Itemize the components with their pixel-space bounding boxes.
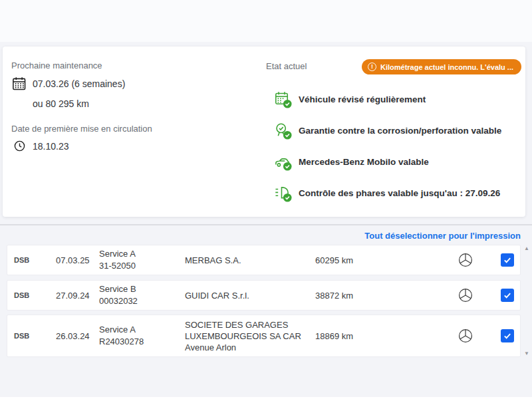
row-date: 27.09.24 [56, 291, 99, 301]
row-workshop-address: Avenue Arlon [185, 342, 310, 353]
alert-circle-icon: ! [368, 63, 376, 71]
current-state-label: Etat actuel [266, 61, 307, 71]
status-item-label: Véhicule révisé régulièrement [299, 94, 426, 104]
row-mileage: 60295 km [315, 255, 415, 265]
row-source-label: DSB [14, 291, 56, 299]
headlight-check-icon [274, 184, 292, 202]
row-workshop-name: MERBAG S.A. [185, 255, 310, 266]
status-item-label: Mercedes-Benz Mobilo valable [299, 157, 429, 167]
scroll-up-icon[interactable]: ▲ [523, 245, 531, 251]
print-select-checkbox[interactable] [501, 329, 514, 342]
warning-badge-text: Kilométrage actuel inconnu. L'évalu ... [380, 63, 513, 71]
status-list: Véhicule révisé régulièrement Garantie c… [266, 84, 521, 209]
row-service-name: Service A [99, 248, 185, 260]
row-service-reference: R24030278 [99, 336, 185, 348]
row-date: 26.03.24 [56, 331, 99, 341]
next-maintenance-date: 07.03.26 (6 semaines) [33, 78, 125, 89]
service-calendar-check-icon [274, 90, 292, 108]
mercedes-star-icon [458, 329, 473, 343]
first-registration-date: 18.10.23 [33, 141, 69, 152]
status-item: Véhicule révisé régulièrement [266, 84, 521, 115]
status-item: Contrôle des phares valable jusqu'au : 2… [266, 178, 521, 209]
clock-icon [14, 140, 25, 154]
table-row: DSB 07.03.25 Service A 31-52050 MERBAG S… [7, 245, 521, 275]
row-workshop-name: SOCIETE DES GARAGES LUXEMBOURGEOIS SA CA… [185, 319, 310, 342]
calendar-icon [11, 76, 28, 95]
mercedes-star-icon [458, 288, 473, 303]
header-band [0, 0, 532, 42]
row-workshop-name: GUIDI CAR S.r.l. [185, 290, 310, 301]
status-item-label: Contrôle des phares valable jusqu'au : 2… [299, 188, 500, 198]
next-maintenance-label: Prochaine maintenance [11, 61, 102, 70]
section-divider [0, 224, 532, 225]
status-item-label: Garantie contre la corrosion/perforation… [299, 126, 501, 136]
row-mileage: 38872 km [315, 291, 415, 301]
deselect-all-print-link[interactable]: Tout déselectionner pour l'impression [364, 231, 521, 241]
row-service-name: Service A [99, 324, 185, 336]
next-maintenance-mileage: ou 80 295 km [33, 98, 89, 109]
warranty-seal-check-icon [274, 122, 292, 140]
status-item: Garantie contre la corrosion/perforation… [266, 115, 521, 146]
row-service-reference: 31-52050 [99, 260, 185, 272]
table-row: DSB 26.03.24 Service A R24030278 SOCIETE… [7, 315, 521, 357]
row-source-label: DSB [14, 256, 56, 264]
status-item: Mercedes-Benz Mobilo valable [266, 146, 521, 178]
mileage-unknown-warning-badge[interactable]: ! Kilométrage actuel inconnu. L'évalu ..… [362, 59, 521, 74]
print-select-checkbox[interactable] [501, 289, 514, 302]
maintenance-status-card: Prochaine maintenance 07.03.26 (6 semain… [3, 47, 525, 217]
mercedes-star-icon [458, 253, 473, 267]
row-date: 07.03.25 [56, 255, 99, 265]
row-service-reference: 00032032 [99, 295, 185, 307]
car-check-icon [274, 153, 292, 171]
table-row: DSB 27.09.24 Service B 00032032 GUIDI CA… [7, 280, 521, 311]
row-service-name: Service B [99, 283, 185, 295]
first-registration-label: Date de première mise en circulation [11, 124, 152, 134]
print-select-checkbox[interactable] [501, 253, 514, 267]
scroll-down-icon[interactable]: ▼ [523, 350, 531, 356]
page: Prochaine maintenance 07.03.26 (6 semain… [0, 0, 532, 399]
row-mileage: 18869 km [315, 331, 415, 341]
row-source-label: DSB [14, 332, 56, 340]
